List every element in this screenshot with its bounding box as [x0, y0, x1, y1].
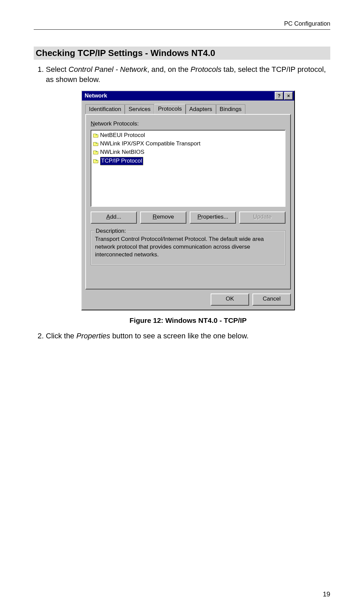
list-item-label: NWLink NetBIOS	[100, 148, 144, 156]
tab-bindings[interactable]: Bindings	[216, 104, 245, 114]
list-item-label: NetBEUI Protocol	[100, 132, 145, 139]
text: pdate	[257, 214, 272, 220]
text-italic: Control Panel - Network	[68, 65, 147, 74]
accelerator: U	[253, 214, 257, 220]
list-item[interactable]: NetBEUI Protocol	[92, 131, 284, 140]
list-item[interactable]: NWLink NetBIOS	[92, 148, 284, 157]
description-group: Description: Transport Control Protocol/…	[91, 230, 285, 265]
tab-identification[interactable]: Identification	[85, 104, 125, 114]
protocol-icon	[93, 141, 99, 147]
ok-button[interactable]: OK	[211, 293, 249, 306]
description-label: Description:	[94, 227, 127, 235]
list-buttons: Add... Remove Properties... Update	[91, 212, 285, 224]
list-item-label: NWLink IPX/SPX Compatible Transport	[100, 140, 201, 148]
dialog-body: Identification Services Protocols Adapte…	[82, 101, 294, 293]
tab-protocols[interactable]: Protocols	[154, 104, 186, 114]
tab-adapters[interactable]: Adapters	[186, 104, 216, 114]
accelerator: A	[106, 214, 110, 220]
text: roperties...	[201, 214, 228, 220]
protocol-icon	[93, 159, 99, 164]
titlebar: Network ? ×	[82, 91, 294, 101]
dialog-figure: Network ? × Identification Services Prot…	[46, 90, 330, 310]
properties-button[interactable]: Properties...	[190, 212, 236, 224]
page-number: 19	[323, 590, 330, 598]
header-rule	[34, 29, 330, 30]
protocol-icon	[93, 133, 99, 138]
figure-caption: Figure 12: Windows NT4.0 - TCP/IP	[46, 316, 330, 325]
list-item-label: TCP/IP Protocol	[100, 157, 143, 165]
description-text: Transport Control Protocol/Internet Prot…	[95, 235, 281, 259]
list-item-selected[interactable]: TCP/IP Protocol	[92, 157, 284, 166]
tab-panel-protocols: Network Protocols: NetBEUI Protocol NWLi…	[85, 114, 291, 289]
dialog-title: Network	[83, 92, 274, 100]
tab-strip: Identification Services Protocols Adapte…	[85, 104, 291, 114]
text-italic: Protocols	[190, 65, 221, 74]
protocols-listbox[interactable]: NetBEUI Protocol NWLink IPX/SPX Compatib…	[91, 130, 285, 207]
help-button[interactable]: ?	[275, 92, 283, 100]
cancel-button[interactable]: Cancel	[252, 293, 291, 306]
tab-services[interactable]: Services	[125, 104, 154, 114]
section-heading: Checking TCP/IP Settings - Windows NT4.0	[34, 47, 330, 60]
remove-button[interactable]: Remove	[140, 212, 186, 224]
step-2: Click the Properties button to see a scr…	[46, 331, 330, 341]
accelerator: P	[198, 214, 201, 220]
text: etwork Protocols:	[95, 120, 139, 127]
text: Click the	[46, 332, 76, 340]
accelerator: R	[153, 214, 157, 220]
text-italic: Properties	[76, 332, 110, 340]
list-label: Network Protocols:	[91, 120, 285, 128]
dialog-footer: OK Cancel	[82, 293, 294, 310]
accelerator: N	[91, 120, 95, 127]
network-dialog: Network ? × Identification Services Prot…	[81, 90, 295, 310]
page: PC Configuration Checking TCP/IP Setting…	[0, 0, 364, 615]
text: emove	[157, 214, 174, 220]
add-button[interactable]: Add...	[91, 212, 137, 224]
update-button: Update	[239, 212, 285, 224]
steps-list: Select Control Panel - Network, and, on …	[34, 64, 330, 341]
list-item[interactable]: NWLink IPX/SPX Compatible Transport	[92, 140, 284, 148]
text: Select	[46, 65, 68, 74]
text: dd...	[110, 214, 121, 220]
step-1: Select Control Panel - Network, and, on …	[46, 64, 330, 326]
protocol-icon	[93, 150, 99, 155]
text: , and, on the	[147, 65, 190, 74]
page-header-section: PC Configuration	[34, 20, 330, 29]
close-button[interactable]: ×	[284, 92, 293, 100]
text: button to see a screen like the one belo…	[110, 332, 249, 340]
